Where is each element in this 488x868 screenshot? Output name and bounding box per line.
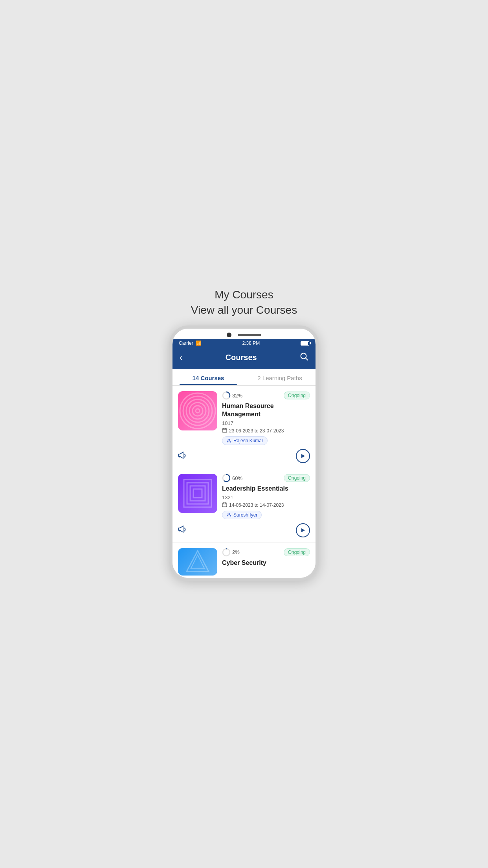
speaker-bar — [238, 334, 261, 336]
course-date-leadership: 14-06-2023 to 14-07-2023 — [222, 502, 310, 508]
progress-badge-cyber: 2% — [222, 548, 240, 557]
course-card-top-leadership: 60% Ongoing Leadership Essentials 1321 — [178, 474, 310, 519]
course-actions-leadership — [178, 519, 310, 542]
course-card-top: 32% Ongoing Human Resource Management 10… — [178, 391, 310, 445]
course-id-leadership: 1321 — [222, 495, 310, 500]
instructor-badge-leadership: Suresh Iyer — [222, 511, 262, 519]
page-wrapper: My Courses View all your Courses Carrier… — [163, 287, 325, 581]
progress-badge-hrm: 32% — [222, 391, 242, 400]
calendar-icon-hrm — [222, 428, 227, 434]
svg-marker-27 — [301, 528, 305, 532]
course-info-leadership: 60% Ongoing Leadership Essentials 1321 — [222, 474, 310, 519]
course-title-leadership: Leadership Essentials — [222, 485, 310, 493]
wifi-icon: 📶 — [196, 340, 202, 346]
course-info-hrm: 32% Ongoing Human Resource Management 10… — [222, 391, 310, 445]
course-actions-hrm — [178, 445, 310, 468]
svg-point-30 — [223, 549, 230, 556]
svg-rect-19 — [193, 489, 202, 498]
svg-point-7 — [196, 409, 200, 413]
svg-line-1 — [305, 358, 308, 360]
svg-point-6 — [193, 406, 203, 416]
course-list: 32% Ongoing Human Resource Management 10… — [172, 386, 316, 577]
announce-icon-leadership[interactable] — [178, 525, 187, 535]
svg-point-2 — [180, 393, 215, 428]
svg-point-5 — [189, 403, 206, 419]
announce-icon-hrm[interactable] — [178, 451, 187, 461]
instructor-badge-hrm: Rajesh Kumar — [222, 436, 268, 445]
course-title-hrm: Human Resource Management — [222, 402, 310, 419]
nav-title: Courses — [226, 353, 257, 362]
page-title: My Courses View all your Courses — [191, 287, 297, 318]
tab-courses[interactable]: 14 Courses — [172, 369, 244, 385]
status-badge-cyber: Ongoing — [284, 548, 310, 556]
progress-text-hrm: 32% — [232, 393, 242, 399]
page-title-block: My Courses View all your Courses — [191, 287, 297, 318]
course-item-cyber: 2% Ongoing Cyber Security — [172, 542, 316, 578]
battery-fill — [301, 342, 308, 345]
carrier-label: Carrier — [179, 340, 193, 346]
tabs-row: 14 Courses 2 Learning Paths — [172, 369, 316, 386]
course-item-leadership: 60% Ongoing Leadership Essentials 1321 — [172, 468, 316, 542]
svg-marker-29 — [191, 555, 205, 568]
phone-frame: Carrier 📶 2:38 PM ‹ Courses 14 Courses 2… — [169, 326, 319, 581]
svg-point-3 — [183, 396, 212, 425]
course-thumbnail-leadership — [178, 474, 217, 513]
course-thumbnail-hrm — [178, 391, 217, 430]
nav-header: ‹ Courses — [172, 348, 316, 369]
calendar-icon-leadership — [222, 502, 227, 508]
phone-notch — [172, 329, 316, 339]
instructor-name-leadership: Suresh Iyer — [233, 512, 257, 518]
camera-dot — [227, 333, 231, 337]
status-left: Carrier 📶 — [179, 340, 202, 346]
course-top-row: 32% Ongoing — [222, 391, 310, 400]
play-button-hrm[interactable] — [296, 449, 310, 463]
course-card-top-cyber: 2% Ongoing Cyber Security — [178, 548, 310, 576]
course-top-row-cyber: 2% Ongoing — [222, 548, 310, 557]
course-date-hrm: 23-06-2023 to 23-07-2023 — [222, 428, 310, 434]
back-button[interactable]: ‹ — [180, 353, 182, 363]
svg-marker-15 — [301, 454, 305, 458]
svg-rect-18 — [190, 486, 205, 501]
progress-text-leadership: 60% — [232, 475, 242, 481]
status-time: 2:38 PM — [242, 340, 260, 346]
svg-rect-22 — [222, 503, 227, 507]
svg-rect-16 — [184, 480, 211, 507]
battery-icon — [301, 341, 309, 346]
app-content: 14 Courses 2 Learning Paths — [172, 369, 316, 577]
course-thumbnail-cyber — [178, 548, 217, 576]
status-badge-leadership: Ongoing — [284, 474, 310, 482]
course-item-hrm: 32% Ongoing Human Resource Management 10… — [172, 386, 316, 468]
course-id-hrm: 1017 — [222, 420, 310, 426]
tab-learning-paths[interactable]: 2 Learning Paths — [244, 369, 316, 385]
svg-rect-10 — [222, 428, 227, 432]
instructor-name-hrm: Rajesh Kumar — [233, 438, 263, 443]
status-bar: Carrier 📶 2:38 PM — [172, 339, 316, 348]
date-text-leadership: 14-06-2023 to 14-07-2023 — [229, 502, 284, 508]
status-badge-hrm: Ongoing — [284, 392, 310, 399]
progress-badge-leadership: 60% — [222, 474, 242, 482]
play-button-leadership[interactable] — [296, 523, 310, 537]
search-icon[interactable] — [300, 352, 308, 363]
course-top-row-leadership: 60% Ongoing — [222, 474, 310, 482]
progress-text-cyber: 2% — [232, 549, 240, 555]
course-info-cyber: 2% Ongoing Cyber Security — [222, 548, 310, 569]
date-text-hrm: 23-06-2023 to 23-07-2023 — [229, 428, 284, 434]
course-title-cyber: Cyber Security — [222, 559, 310, 567]
